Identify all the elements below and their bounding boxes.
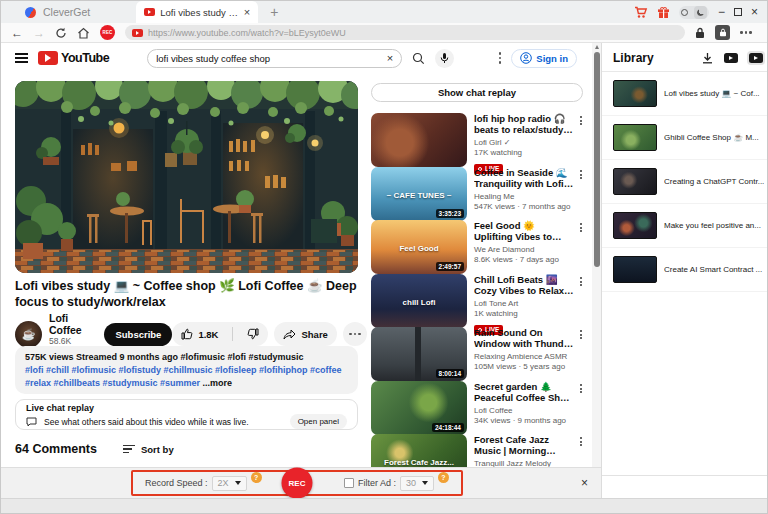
library-item[interactable]: Make you feel positive an... × bbox=[602, 204, 768, 248]
recommended-video[interactable]: chill Lofi Chill Lofi Beats 🌆 Cozy Vibes… bbox=[371, 274, 584, 328]
filter-ad-checkbox[interactable] bbox=[344, 478, 354, 488]
extension-lock-icon[interactable] bbox=[715, 25, 730, 40]
app-window: CleverGet Lofi vibes study 💻 ~ × + − × ← bbox=[0, 0, 768, 514]
tab-close-icon[interactable]: × bbox=[244, 6, 250, 18]
video-thumbnail[interactable]: 8:00:14 bbox=[371, 327, 467, 381]
lock-icon[interactable] bbox=[695, 27, 705, 39]
share-button[interactable]: Share bbox=[274, 322, 336, 346]
menu-icon[interactable] bbox=[15, 53, 28, 62]
theme-toggle[interactable] bbox=[679, 6, 709, 19]
browser-toolbar: ← → REC https://www.youtube.com/watch?v=… bbox=[1, 23, 767, 43]
chevron-down-icon bbox=[235, 481, 241, 485]
channel-avatar[interactable]: ☕ bbox=[15, 321, 42, 348]
video-thumbnail[interactable]: Feel Good 2:49:57 bbox=[371, 220, 467, 274]
library-item[interactable]: Lofi vibes study 💻 ~ Cof... × bbox=[602, 72, 768, 116]
close-window-button[interactable]: × bbox=[751, 6, 758, 18]
tab-title: Lofi vibes study 💻 ~ bbox=[160, 7, 239, 18]
youtube-logo[interactable]: YouTube bbox=[38, 51, 109, 65]
home-button[interactable] bbox=[77, 27, 90, 39]
recommended-video[interactable]: lofi hip hop radio 🎧 beats to relax/stud… bbox=[371, 113, 584, 167]
more-link[interactable]: ...more bbox=[203, 378, 233, 388]
open-panel-button[interactable]: Open panel bbox=[290, 414, 347, 429]
download-icon[interactable] bbox=[700, 50, 715, 66]
kebab-menu-icon[interactable] bbox=[578, 275, 584, 288]
video-library-icon[interactable] bbox=[722, 51, 740, 65]
scrollbar-thumb[interactable] bbox=[594, 52, 600, 267]
dislike-button[interactable] bbox=[238, 322, 268, 346]
search-input[interactable]: lofi vibes study coffee shop × bbox=[147, 49, 402, 68]
video-title: Lofi vibes study 💻 ~ Coffee shop 🌿 Lofi … bbox=[15, 279, 360, 310]
description-box[interactable]: 575K views Streamed 9 months ago #lofimu… bbox=[15, 346, 358, 394]
like-count: 1.8K bbox=[198, 329, 218, 340]
ellipsis-icon bbox=[349, 333, 361, 336]
rec-button[interactable]: REC bbox=[282, 468, 313, 499]
recommended-video[interactable]: Feel Good 2:49:57 Feel Good 🌞 Uplifting … bbox=[371, 220, 584, 274]
library-item[interactable]: Creating a ChatGPT Contr... × bbox=[602, 160, 768, 204]
sort-by-button[interactable]: Sort by bbox=[123, 444, 174, 455]
close-record-bar-icon[interactable]: × bbox=[581, 477, 588, 489]
page-scrollbar[interactable] bbox=[592, 43, 601, 498]
new-tab-button[interactable]: + bbox=[270, 4, 278, 20]
library-item[interactable]: Create AI Smart Contract ... × bbox=[602, 248, 768, 292]
search-button[interactable] bbox=[412, 52, 425, 65]
record-bar: Record Speed : 2X ? REC Filter Ad : 30 bbox=[1, 467, 601, 498]
kebab-menu-icon[interactable] bbox=[578, 328, 584, 341]
status-bar bbox=[1, 498, 767, 514]
titlebar: CleverGet Lofi vibes study 💻 ~ × + − × bbox=[1, 1, 767, 23]
toolbar-menu-icon[interactable] bbox=[740, 31, 752, 34]
subscribe-button[interactable]: Subscribe bbox=[104, 323, 172, 346]
show-chat-replay-button[interactable]: Show chat replay bbox=[371, 83, 583, 102]
hashtags[interactable]: #lofi #chill #lofimusic #lofistudy #chil… bbox=[25, 365, 342, 388]
thumbs-up-icon bbox=[181, 328, 193, 340]
youtube-header: YouTube lofi vibes study coffee shop × S… bbox=[1, 43, 601, 73]
video-thumbnail[interactable]: ~ CAFE TUNES ~ 3:35:23 bbox=[371, 167, 467, 221]
channel-name[interactable]: Lofi Coffee bbox=[49, 312, 92, 336]
maximize-button[interactable] bbox=[734, 8, 742, 16]
share-icon bbox=[283, 329, 296, 340]
more-actions-button[interactable] bbox=[343, 322, 367, 346]
record-speed-select[interactable]: 2X bbox=[212, 476, 247, 491]
live-chat-text: See what others said about this video wh… bbox=[44, 417, 283, 427]
library-title: Library bbox=[613, 51, 654, 65]
video-thumbnail[interactable]: chill Lofi bbox=[371, 274, 467, 328]
reload-button[interactable] bbox=[55, 27, 67, 39]
video-player[interactable] bbox=[15, 81, 358, 273]
filter-ad-help-icon[interactable]: ? bbox=[438, 472, 449, 483]
clear-search-icon[interactable]: × bbox=[387, 52, 393, 64]
moon-icon bbox=[694, 6, 707, 19]
kebab-menu-icon[interactable] bbox=[578, 114, 584, 127]
address-bar[interactable]: https://www.youtube.com/watch?v=bLEysyt0… bbox=[125, 25, 685, 40]
like-button[interactable]: 1.8K bbox=[172, 322, 227, 346]
voice-search-button[interactable] bbox=[435, 49, 454, 68]
thumbs-down-icon bbox=[247, 328, 259, 340]
back-button[interactable]: ← bbox=[11, 27, 23, 39]
gift-icon[interactable] bbox=[657, 6, 670, 19]
chevron-down-icon bbox=[422, 481, 428, 485]
kebab-menu-icon[interactable] bbox=[578, 435, 584, 448]
forward-button[interactable]: → bbox=[33, 27, 45, 39]
sign-in-button[interactable]: Sign in bbox=[511, 49, 577, 68]
recorded-library-icon[interactable] bbox=[747, 51, 765, 65]
kebab-menu-icon[interactable] bbox=[578, 168, 584, 181]
cart-icon[interactable] bbox=[634, 6, 648, 19]
filter-ad-select[interactable]: 30 bbox=[400, 476, 434, 491]
library-thumbnail bbox=[613, 168, 657, 195]
video-stats: 575K views Streamed 9 months ago #lofimu… bbox=[25, 352, 348, 362]
recommended-video[interactable]: ~ CAFE TUNES ~ 3:35:23 Coffee in Seaside… bbox=[371, 167, 584, 221]
header-menu-icon[interactable] bbox=[499, 52, 502, 64]
library-thumbnail bbox=[613, 212, 657, 239]
rec-toolbar-icon[interactable]: REC bbox=[100, 25, 115, 40]
record-speed-help-icon[interactable]: ? bbox=[251, 472, 262, 483]
scroll-up-arrow[interactable] bbox=[595, 45, 599, 49]
kebab-menu-icon[interactable] bbox=[578, 382, 584, 395]
recommended-video[interactable]: 24:18:44 Secret garden 🌲 Peaceful Coffee… bbox=[371, 381, 584, 435]
library-thumbnail bbox=[613, 124, 657, 151]
library-item[interactable]: Ghibli Coffee Shop ☕ M... × bbox=[602, 116, 768, 160]
like-dislike-pill: 1.8K bbox=[172, 322, 268, 346]
minimize-button[interactable]: − bbox=[718, 6, 725, 18]
recommended-video[interactable]: 8:00:14 Rain Sound On Window with Thunde… bbox=[371, 327, 584, 381]
video-thumbnail[interactable] bbox=[371, 113, 467, 167]
video-thumbnail[interactable]: 24:18:44 bbox=[371, 381, 467, 435]
browser-tab[interactable]: Lofi vibes study 💻 ~ × bbox=[136, 1, 258, 23]
kebab-menu-icon[interactable] bbox=[578, 221, 584, 234]
